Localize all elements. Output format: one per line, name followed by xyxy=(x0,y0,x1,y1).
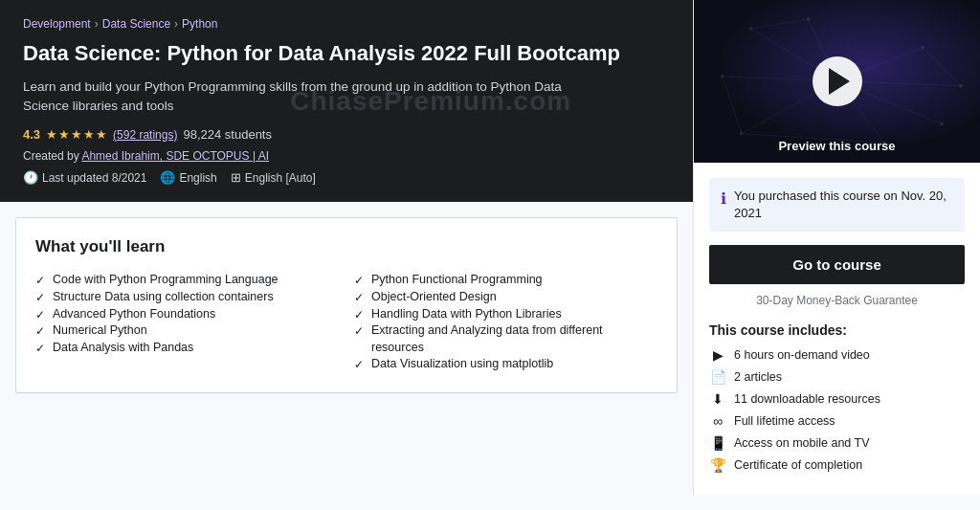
mobile-icon: 📱 xyxy=(709,435,726,451)
course-header: Development › Data Science › Python Data… xyxy=(0,0,693,202)
include-text: 6 hours on-demand video xyxy=(734,348,870,362)
check-icon: ✓ xyxy=(35,341,45,357)
include-text: Full lifetime access xyxy=(734,414,835,428)
learn-item-text: Structure Data using collection containe… xyxy=(53,289,274,306)
stars: ★ ★ ★ ★ ★ xyxy=(46,127,107,142)
trophy-icon: 🏆 xyxy=(709,457,726,473)
created-by: Created by Ahmed Ibrahim, SDE OCTOPUS | … xyxy=(23,149,670,163)
meta-row: 🕐 Last updated 8/2021 🌐 English ⊞ Englis… xyxy=(23,170,670,185)
svg-line-17 xyxy=(751,19,809,29)
list-item: ✓ Data Visualization using matplotlib xyxy=(354,356,657,373)
check-icon: ✓ xyxy=(35,323,45,340)
star-2: ★ xyxy=(58,127,70,142)
include-text: Access on mobile and TV xyxy=(734,436,870,450)
check-icon: ✓ xyxy=(354,357,364,373)
learn-item-text: Handling Data with Python Libraries xyxy=(371,306,562,323)
play-icon xyxy=(829,68,850,95)
learn-column-left: ✓ Code with Python Programming Language … xyxy=(35,272,339,373)
meta-last-updated: 🕐 Last updated 8/2021 xyxy=(23,170,146,185)
learn-item-text: Extracting and Analyzing data from diffe… xyxy=(371,322,657,356)
rating-row: 4.3 ★ ★ ★ ★ ★ (592 ratings) 98,224 stude… xyxy=(23,127,670,142)
list-item: ✓ Code with Python Programming Language xyxy=(35,272,339,289)
check-icon: ✓ xyxy=(354,273,364,289)
breadcrumb-sep2: › xyxy=(174,17,178,31)
breadcrumb-data-science[interactable]: Data Science xyxy=(102,17,170,31)
purchase-notice: ℹ You purchased this course on Nov. 20, … xyxy=(709,178,965,232)
include-text: Certificate of completion xyxy=(734,458,862,472)
star-4: ★ xyxy=(83,127,95,142)
list-item: ✓ Python Functional Programming xyxy=(354,272,657,289)
info-icon: ℹ xyxy=(721,188,726,210)
course-preview-video[interactable]: Preview this course xyxy=(694,0,980,163)
play-button[interactable] xyxy=(813,56,862,106)
captions-icon: ⊞ xyxy=(231,170,241,185)
clock-icon: 🕐 xyxy=(23,170,38,185)
list-item: ✓ Advanced Python Foundations xyxy=(35,306,339,323)
breadcrumb-development[interactable]: Development xyxy=(23,17,91,31)
instructor-link[interactable]: Ahmed Ibrahim, SDE OCTOPUS | AI xyxy=(81,149,269,163)
include-text: 11 downloadable resources xyxy=(734,392,880,406)
star-half: ★ xyxy=(96,127,107,142)
learn-item-text: Python Functional Programming xyxy=(371,272,543,289)
check-icon: ✓ xyxy=(354,307,364,323)
list-item: ✓ Data Analysis with Pandas xyxy=(35,340,339,357)
video-icon: ▶ xyxy=(709,347,726,363)
students-count: 98,224 students xyxy=(183,127,272,142)
rating-number: 4.3 xyxy=(23,127,40,142)
course-title: Data Science: Python for Data Analysis 2… xyxy=(23,40,670,68)
download-icon: ⬇ xyxy=(709,391,726,407)
main-content: Development › Data Science › Python Data… xyxy=(0,0,693,495)
breadcrumb: Development › Data Science › Python xyxy=(23,17,670,31)
purchase-notice-text: You purchased this course on Nov. 20, 20… xyxy=(734,188,953,222)
learn-item-text: Advanced Python Foundations xyxy=(53,306,215,323)
go-to-course-button[interactable]: Go to course xyxy=(709,245,965,284)
course-subtitle: Learn and build your Python Programming … xyxy=(23,78,578,117)
ratings-count[interactable]: (592 ratings) xyxy=(113,128,177,142)
list-item: ✓ Extracting and Analyzing data from dif… xyxy=(354,322,657,356)
includes-section: This course includes: ▶ 6 hours on-deman… xyxy=(709,322,965,473)
page-layout: Development › Data Science › Python Data… xyxy=(0,0,980,495)
sidebar-content: ℹ You purchased this course on Nov. 20, … xyxy=(694,163,980,495)
star-3: ★ xyxy=(71,127,82,142)
include-text: 2 articles xyxy=(734,370,782,384)
preview-label: Preview this course xyxy=(778,139,895,153)
list-item: ✓ Handling Data with Python Libraries xyxy=(354,306,657,323)
include-item-certificate: 🏆 Certificate of completion xyxy=(709,457,965,473)
include-item-lifetime: ∞ Full lifetime access xyxy=(709,413,965,429)
svg-line-20 xyxy=(723,77,742,134)
learn-column-right: ✓ Python Functional Programming ✓ Object… xyxy=(354,272,657,373)
include-item-mobile: 📱 Access on mobile and TV xyxy=(709,435,965,451)
check-icon: ✓ xyxy=(354,290,364,306)
include-item-video: ▶ 6 hours on-demand video xyxy=(709,347,965,363)
check-icon: ✓ xyxy=(354,323,364,340)
learn-item-text: Numerical Python xyxy=(53,322,147,340)
article-icon: 📄 xyxy=(709,369,726,385)
list-item: ✓ Object-Oriented Design xyxy=(354,289,657,306)
learn-item-text: Code with Python Programming Language xyxy=(53,272,278,289)
learn-item-text: Data Visualization using matplotlib xyxy=(371,356,553,373)
infinity-icon: ∞ xyxy=(709,413,726,429)
breadcrumb-python[interactable]: Python xyxy=(182,17,217,31)
learn-item-text: Data Analysis with Pandas xyxy=(53,340,193,357)
list-item: ✓ Structure Data using collection contai… xyxy=(35,289,339,306)
check-icon: ✓ xyxy=(35,273,45,289)
check-icon: ✓ xyxy=(35,307,45,323)
list-item: ✓ Numerical Python xyxy=(35,322,339,340)
learn-title: What you'll learn xyxy=(35,237,657,256)
learn-grid: ✓ Code with Python Programming Language … xyxy=(35,272,657,373)
include-item-articles: 📄 2 articles xyxy=(709,369,965,385)
learn-section: What you'll learn ✓ Code with Python Pro… xyxy=(15,217,678,393)
sidebar: Preview this course ℹ You purchased this… xyxy=(693,0,980,495)
breadcrumb-sep1: › xyxy=(95,17,99,31)
globe-icon: 🌐 xyxy=(160,170,175,185)
svg-line-18 xyxy=(923,48,961,86)
money-back-guarantee: 30-Day Money-Back Guarantee xyxy=(709,294,965,307)
include-item-downloads: ⬇ 11 downloadable resources xyxy=(709,391,965,407)
check-icon: ✓ xyxy=(35,290,45,306)
meta-language: 🌐 English xyxy=(160,170,216,185)
star-1: ★ xyxy=(46,127,57,142)
meta-captions: ⊞ English [Auto] xyxy=(231,170,316,185)
includes-title: This course includes: xyxy=(709,322,965,338)
learn-item-text: Object-Oriented Design xyxy=(371,289,497,306)
